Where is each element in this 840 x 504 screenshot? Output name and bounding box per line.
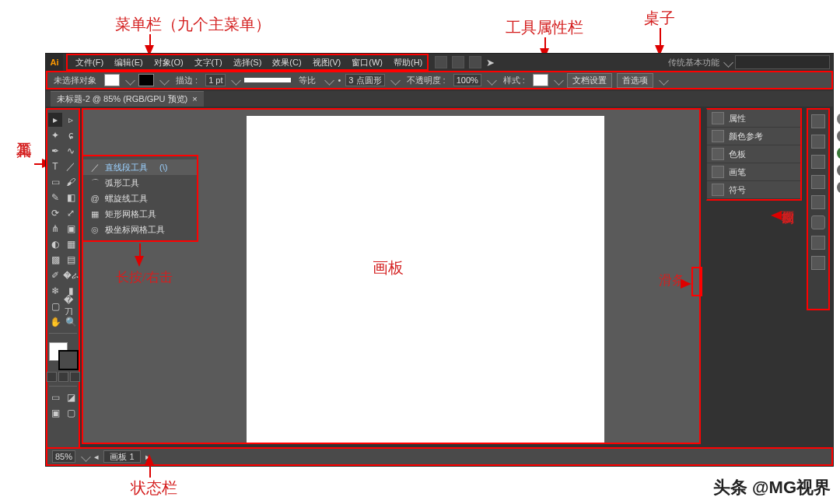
fill-swatch[interactable] <box>104 74 120 86</box>
color-icon[interactable] <box>837 113 840 125</box>
eraser-tool[interactable]: ◧ <box>64 191 78 205</box>
search-input[interactable] <box>735 55 830 69</box>
chevron-down-icon[interactable] <box>232 75 242 86</box>
stroke-profile-icon[interactable] <box>244 78 291 82</box>
chevron-down-icon[interactable] <box>390 75 401 86</box>
chevron-down-icon[interactable] <box>81 452 91 462</box>
free-transform-tool[interactable]: ▣ <box>64 222 78 236</box>
line-tool[interactable]: ／ <box>64 159 78 173</box>
magic-wand-tool[interactable]: ✦ <box>48 128 62 142</box>
dock-icon[interactable] <box>811 135 825 149</box>
stroke-swatch[interactable] <box>138 74 154 86</box>
chevron-down-icon[interactable] <box>723 58 733 68</box>
pointer-icon[interactable]: ➤ <box>486 57 495 68</box>
menu-select[interactable]: 选择(S) <box>229 55 267 70</box>
dock-icon[interactable] <box>811 195 825 209</box>
panel-color-guide[interactable]: 颜色参考 <box>707 128 800 145</box>
shape-builder-tool[interactable]: ◐ <box>48 237 62 251</box>
scrollbar-thumb[interactable] <box>691 267 702 296</box>
hand-tool[interactable]: ✋ <box>48 315 62 329</box>
flyout-polar-grid-tool[interactable]: ◎极坐标网格工具 <box>83 222 197 237</box>
artboards-icon[interactable] <box>811 236 825 250</box>
none-mode-icon[interactable] <box>70 372 80 382</box>
draw-mode-behind[interactable]: ◪ <box>64 390 78 404</box>
curvature-tool[interactable]: ∿ <box>64 144 78 158</box>
flyout-spiral-tool[interactable]: @螺旋线工具 <box>83 191 197 206</box>
panel-swatches[interactable]: 色板 <box>707 145 800 163</box>
menu-window[interactable]: 窗口(W) <box>347 55 387 70</box>
slice-tool[interactable]: �刀 <box>64 299 78 313</box>
bridge-icon[interactable] <box>452 56 464 68</box>
menu-file[interactable]: 文件(F) <box>71 55 108 70</box>
type-tool[interactable]: T <box>48 159 62 173</box>
misc-icon[interactable] <box>837 164 840 177</box>
selection-tool[interactable]: ▸ <box>48 113 62 127</box>
flyout-arc-tool[interactable]: ⌒弧形工具 <box>83 175 197 191</box>
layers-icon[interactable] <box>811 215 825 229</box>
chevron-down-icon[interactable] <box>487 75 497 86</box>
menu-object[interactable]: 对象(O) <box>149 55 188 70</box>
flyout-rect-grid-tool[interactable]: ▦矩形网格工具 <box>83 206 197 222</box>
dock-icon[interactable] <box>811 114 825 128</box>
layout-icon[interactable] <box>435 56 447 68</box>
draw-mode-normal[interactable]: ▭ <box>48 390 62 404</box>
menu-help[interactable]: 帮助(H) <box>389 55 427 70</box>
panel-brushes[interactable]: 画笔 <box>707 163 800 181</box>
mesh-tool[interactable]: ▩ <box>48 253 62 267</box>
paintbrush-tool[interactable]: 🖌 <box>64 175 78 189</box>
eyedropper-tool[interactable]: ✐ <box>48 268 62 282</box>
menu-view[interactable]: 视图(V) <box>308 55 346 70</box>
gradient-mode-icon[interactable] <box>58 372 68 382</box>
rectangle-tool[interactable]: ▭ <box>48 175 62 189</box>
menu-effect[interactable]: 效果(C) <box>268 55 306 70</box>
pen-tool[interactable]: ✒ <box>48 144 62 158</box>
scale-tool[interactable]: ⤢ <box>64 206 78 220</box>
dock-icon[interactable] <box>811 155 825 169</box>
prefs-button[interactable]: 首选项 <box>617 73 653 88</box>
fill-stroke-control[interactable] <box>47 341 79 369</box>
gradient-tool[interactable]: ▤ <box>64 253 78 267</box>
doc-setup-button[interactable]: 文档设置 <box>567 73 612 88</box>
opacity-input[interactable]: 100% <box>453 74 481 86</box>
panel-symbols[interactable]: 符号 <box>707 181 800 199</box>
chevron-down-icon[interactable] <box>554 75 564 86</box>
blend-tool[interactable]: �ራ <box>64 268 78 282</box>
direct-selection-tool[interactable]: ▹ <box>64 113 78 127</box>
chevron-down-icon[interactable] <box>125 75 135 86</box>
artboard-tool[interactable]: ▢ <box>48 299 62 313</box>
artboard-prev-icon[interactable]: ◂ <box>94 452 99 462</box>
flyout-line-tool[interactable]: ／直线段工具 (\) <box>83 159 197 175</box>
stroke-weight-input[interactable]: 1 pt <box>205 74 226 86</box>
screen-mode-full[interactable]: ▢ <box>64 406 78 420</box>
zoom-level[interactable]: 85% <box>52 450 75 463</box>
chevron-down-icon[interactable] <box>659 75 669 86</box>
links-icon[interactable] <box>811 256 825 270</box>
style-swatch[interactable] <box>533 74 548 86</box>
stroke-box[interactable] <box>58 350 79 370</box>
chevron-down-icon[interactable] <box>325 75 335 86</box>
perspective-tool[interactable]: ▦ <box>64 237 78 251</box>
width-tool[interactable]: ⋔ <box>48 222 62 236</box>
symbol-sprayer-tool[interactable]: ❄ <box>48 284 62 298</box>
rotate-tool[interactable]: ⟳ <box>48 206 62 220</box>
workspace-switcher[interactable]: 传统基本功能 <box>668 57 719 68</box>
chevron-down-icon[interactable] <box>159 75 170 86</box>
shaper-tool[interactable]: ✎ <box>48 191 62 205</box>
lasso-tool[interactable]: ɕ <box>64 128 78 142</box>
dock-icon[interactable] <box>811 175 825 189</box>
misc-icon[interactable] <box>837 181 840 194</box>
uniform-label[interactable]: 等比 <box>296 75 319 86</box>
zoom-tool[interactable]: 🔍 <box>64 315 78 329</box>
artboard[interactable] <box>247 116 604 443</box>
cc-libraries-icon[interactable] <box>837 130 840 142</box>
screen-mode[interactable]: ▣ <box>48 406 62 420</box>
panel-properties[interactable]: 属性 <box>707 110 800 128</box>
brush-def-input[interactable]: 3 点圆形 <box>345 74 384 86</box>
artboard-nav[interactable]: 画板 1 <box>103 450 141 463</box>
menu-type[interactable]: 文字(T) <box>190 55 227 70</box>
color-mode-icon[interactable] <box>47 372 57 382</box>
menu-edit[interactable]: 编辑(E) <box>110 55 148 70</box>
learn-icon[interactable] <box>837 147 840 159</box>
document-tab[interactable]: 未标题-2 @ 85% (RGB/GPU 预览) × <box>51 91 204 107</box>
arrange-icon[interactable] <box>469 56 481 68</box>
